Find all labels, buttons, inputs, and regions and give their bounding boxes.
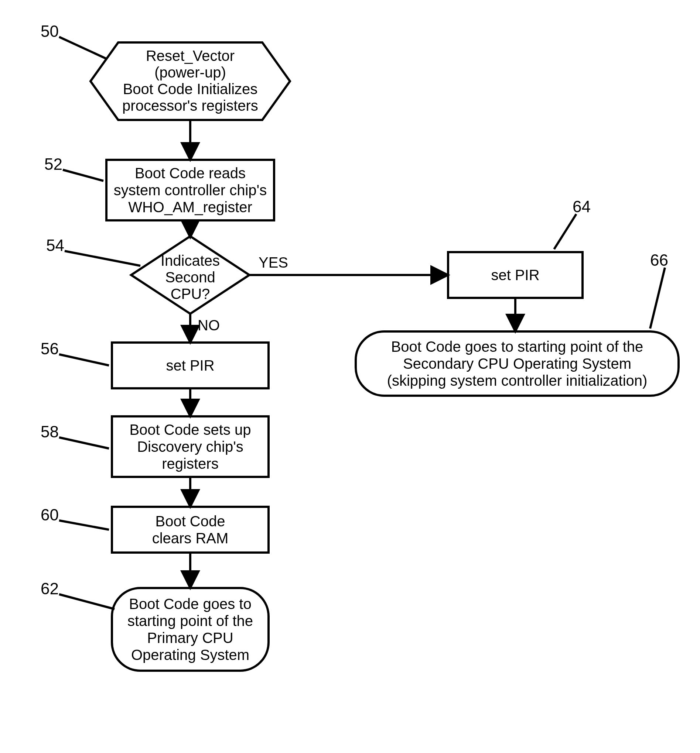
ref-54: 54 <box>46 236 64 255</box>
svg-line-12 <box>59 37 107 59</box>
svg-line-18 <box>59 594 114 609</box>
node-text: set PIR <box>491 267 539 284</box>
svg-line-13 <box>63 170 103 181</box>
svg-line-16 <box>59 437 109 449</box>
node-text: Boot Code reads system controller chip's… <box>114 165 267 215</box>
svg-line-17 <box>59 521 109 530</box>
ref-50: 50 <box>41 22 59 41</box>
node-text: Boot Code clears RAM <box>152 513 229 547</box>
label-no: NO <box>198 317 220 333</box>
svg-line-19 <box>554 214 576 249</box>
ref-58: 58 <box>41 422 59 441</box>
decision-text-l1: Indicates <box>161 253 220 269</box>
node-text: Boot Code goes to starting point of the … <box>387 338 648 389</box>
terminator-primary-os: Boot Code goes to starting point of the … <box>111 587 270 672</box>
process-set-pir-primary: set PIR <box>111 341 270 390</box>
ref-66: 66 <box>650 251 668 270</box>
node-text: Boot Code goes to starting point of the … <box>127 596 253 663</box>
svg-text:(power-up): (power-up) <box>155 64 226 81</box>
svg-line-15 <box>59 354 109 365</box>
process-clear-ram: Boot Code clears RAM <box>111 506 270 553</box>
process-read-whoami: Boot Code reads system controller chip's… <box>105 159 275 221</box>
svg-line-14 <box>65 251 141 266</box>
process-set-pir-secondary: set PIR <box>447 251 584 299</box>
node-text: set PIR <box>166 357 214 374</box>
flowchart-canvas: Boot Code reads system controller chip's… <box>0 0 700 753</box>
svg-line-20 <box>650 268 665 329</box>
preparation-hexagon <box>91 42 290 120</box>
node-text: Boot Code sets up Discovery chip's regis… <box>129 421 251 472</box>
label-yes: YES <box>259 254 288 271</box>
decision-diamond <box>131 236 249 314</box>
ref-64: 64 <box>573 198 591 216</box>
process-setup-discovery: Boot Code sets up Discovery chip's regis… <box>111 415 270 478</box>
terminator-secondary-os: Boot Code goes to starting point of the … <box>355 331 680 397</box>
svg-text:Boot Code Initializes: Boot Code Initializes <box>123 81 258 97</box>
svg-text:processor's registers: processor's registers <box>122 97 258 114</box>
decision-text-l3: CPU? <box>171 286 210 302</box>
ref-56: 56 <box>41 340 59 358</box>
ref-62: 62 <box>41 580 59 598</box>
ref-52: 52 <box>44 155 62 173</box>
decision-text-l2: Second <box>165 269 216 285</box>
ref-60: 60 <box>41 506 59 524</box>
svg-text:Reset_Vector: Reset_Vector <box>146 48 234 64</box>
